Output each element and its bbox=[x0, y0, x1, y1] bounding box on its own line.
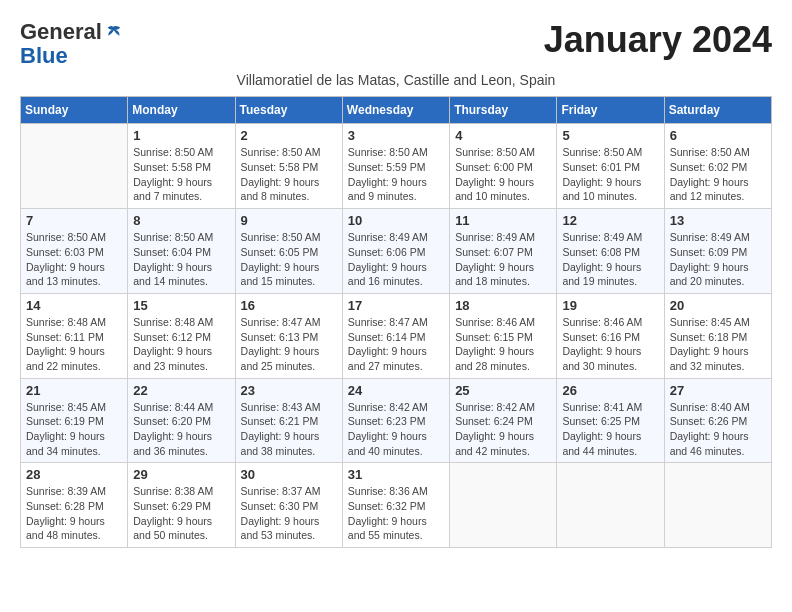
day-number: 20 bbox=[670, 298, 766, 313]
day-info: Sunrise: 8:41 AMSunset: 6:25 PMDaylight:… bbox=[562, 400, 658, 459]
day-info: Sunrise: 8:36 AMSunset: 6:32 PMDaylight:… bbox=[348, 484, 444, 543]
day-cell-19: 19Sunrise: 8:46 AMSunset: 6:16 PMDayligh… bbox=[557, 293, 664, 378]
day-cell-11: 11Sunrise: 8:49 AMSunset: 6:07 PMDayligh… bbox=[450, 209, 557, 294]
day-number: 14 bbox=[26, 298, 122, 313]
day-info: Sunrise: 8:37 AMSunset: 6:30 PMDaylight:… bbox=[241, 484, 337, 543]
calendar-table: SundayMondayTuesdayWednesdayThursdayFrid… bbox=[20, 96, 772, 548]
day-number: 22 bbox=[133, 383, 229, 398]
day-info: Sunrise: 8:50 AMSunset: 5:59 PMDaylight:… bbox=[348, 145, 444, 204]
day-cell-5: 5Sunrise: 8:50 AMSunset: 6:01 PMDaylight… bbox=[557, 124, 664, 209]
day-cell-26: 26Sunrise: 8:41 AMSunset: 6:25 PMDayligh… bbox=[557, 378, 664, 463]
day-info: Sunrise: 8:50 AMSunset: 5:58 PMDaylight:… bbox=[241, 145, 337, 204]
day-info: Sunrise: 8:50 AMSunset: 6:04 PMDaylight:… bbox=[133, 230, 229, 289]
day-cell-17: 17Sunrise: 8:47 AMSunset: 6:14 PMDayligh… bbox=[342, 293, 449, 378]
empty-cell bbox=[450, 463, 557, 548]
day-number: 10 bbox=[348, 213, 444, 228]
day-cell-25: 25Sunrise: 8:42 AMSunset: 6:24 PMDayligh… bbox=[450, 378, 557, 463]
logo-general: General bbox=[20, 19, 102, 44]
empty-cell bbox=[664, 463, 771, 548]
day-cell-1: 1Sunrise: 8:50 AMSunset: 5:58 PMDaylight… bbox=[128, 124, 235, 209]
day-number: 11 bbox=[455, 213, 551, 228]
weekday-header-thursday: Thursday bbox=[450, 97, 557, 124]
day-number: 31 bbox=[348, 467, 444, 482]
day-info: Sunrise: 8:49 AMSunset: 6:06 PMDaylight:… bbox=[348, 230, 444, 289]
weekday-header-monday: Monday bbox=[128, 97, 235, 124]
day-cell-12: 12Sunrise: 8:49 AMSunset: 6:08 PMDayligh… bbox=[557, 209, 664, 294]
day-info: Sunrise: 8:44 AMSunset: 6:20 PMDaylight:… bbox=[133, 400, 229, 459]
day-cell-4: 4Sunrise: 8:50 AMSunset: 6:00 PMDaylight… bbox=[450, 124, 557, 209]
day-cell-15: 15Sunrise: 8:48 AMSunset: 6:12 PMDayligh… bbox=[128, 293, 235, 378]
day-number: 23 bbox=[241, 383, 337, 398]
day-info: Sunrise: 8:46 AMSunset: 6:16 PMDaylight:… bbox=[562, 315, 658, 374]
week-row-2: 7Sunrise: 8:50 AMSunset: 6:03 PMDaylight… bbox=[21, 209, 772, 294]
day-info: Sunrise: 8:50 AMSunset: 6:02 PMDaylight:… bbox=[670, 145, 766, 204]
weekday-header-friday: Friday bbox=[557, 97, 664, 124]
day-cell-21: 21Sunrise: 8:45 AMSunset: 6:19 PMDayligh… bbox=[21, 378, 128, 463]
day-cell-29: 29Sunrise: 8:38 AMSunset: 6:29 PMDayligh… bbox=[128, 463, 235, 548]
day-cell-31: 31Sunrise: 8:36 AMSunset: 6:32 PMDayligh… bbox=[342, 463, 449, 548]
week-row-1: 1Sunrise: 8:50 AMSunset: 5:58 PMDaylight… bbox=[21, 124, 772, 209]
logo-blue: Blue bbox=[20, 43, 68, 68]
day-info: Sunrise: 8:45 AMSunset: 6:19 PMDaylight:… bbox=[26, 400, 122, 459]
day-number: 28 bbox=[26, 467, 122, 482]
page-header: General Blue January 2024 bbox=[20, 20, 772, 68]
day-number: 8 bbox=[133, 213, 229, 228]
week-row-5: 28Sunrise: 8:39 AMSunset: 6:28 PMDayligh… bbox=[21, 463, 772, 548]
day-number: 15 bbox=[133, 298, 229, 313]
weekday-header-saturday: Saturday bbox=[664, 97, 771, 124]
day-cell-2: 2Sunrise: 8:50 AMSunset: 5:58 PMDaylight… bbox=[235, 124, 342, 209]
month-title: January 2024 bbox=[544, 20, 772, 60]
logo-bird-icon bbox=[104, 24, 122, 42]
day-info: Sunrise: 8:47 AMSunset: 6:14 PMDaylight:… bbox=[348, 315, 444, 374]
day-info: Sunrise: 8:45 AMSunset: 6:18 PMDaylight:… bbox=[670, 315, 766, 374]
day-cell-16: 16Sunrise: 8:47 AMSunset: 6:13 PMDayligh… bbox=[235, 293, 342, 378]
day-info: Sunrise: 8:50 AMSunset: 6:03 PMDaylight:… bbox=[26, 230, 122, 289]
day-info: Sunrise: 8:38 AMSunset: 6:29 PMDaylight:… bbox=[133, 484, 229, 543]
empty-cell bbox=[557, 463, 664, 548]
day-cell-3: 3Sunrise: 8:50 AMSunset: 5:59 PMDaylight… bbox=[342, 124, 449, 209]
day-cell-23: 23Sunrise: 8:43 AMSunset: 6:21 PMDayligh… bbox=[235, 378, 342, 463]
day-info: Sunrise: 8:50 AMSunset: 6:05 PMDaylight:… bbox=[241, 230, 337, 289]
location-subtitle: Villamoratiel de las Matas, Castille and… bbox=[20, 72, 772, 88]
day-number: 6 bbox=[670, 128, 766, 143]
weekday-header-tuesday: Tuesday bbox=[235, 97, 342, 124]
day-number: 9 bbox=[241, 213, 337, 228]
day-cell-6: 6Sunrise: 8:50 AMSunset: 6:02 PMDaylight… bbox=[664, 124, 771, 209]
day-cell-10: 10Sunrise: 8:49 AMSunset: 6:06 PMDayligh… bbox=[342, 209, 449, 294]
day-cell-14: 14Sunrise: 8:48 AMSunset: 6:11 PMDayligh… bbox=[21, 293, 128, 378]
day-info: Sunrise: 8:50 AMSunset: 6:01 PMDaylight:… bbox=[562, 145, 658, 204]
day-number: 29 bbox=[133, 467, 229, 482]
weekday-header-wednesday: Wednesday bbox=[342, 97, 449, 124]
day-number: 7 bbox=[26, 213, 122, 228]
day-cell-8: 8Sunrise: 8:50 AMSunset: 6:04 PMDaylight… bbox=[128, 209, 235, 294]
day-number: 25 bbox=[455, 383, 551, 398]
day-number: 3 bbox=[348, 128, 444, 143]
weekday-header-sunday: Sunday bbox=[21, 97, 128, 124]
logo: General Blue bbox=[20, 20, 122, 68]
week-row-4: 21Sunrise: 8:45 AMSunset: 6:19 PMDayligh… bbox=[21, 378, 772, 463]
day-info: Sunrise: 8:50 AMSunset: 6:00 PMDaylight:… bbox=[455, 145, 551, 204]
day-number: 30 bbox=[241, 467, 337, 482]
day-info: Sunrise: 8:42 AMSunset: 6:24 PMDaylight:… bbox=[455, 400, 551, 459]
day-number: 5 bbox=[562, 128, 658, 143]
day-info: Sunrise: 8:43 AMSunset: 6:21 PMDaylight:… bbox=[241, 400, 337, 459]
day-cell-18: 18Sunrise: 8:46 AMSunset: 6:15 PMDayligh… bbox=[450, 293, 557, 378]
day-number: 19 bbox=[562, 298, 658, 313]
day-info: Sunrise: 8:49 AMSunset: 6:08 PMDaylight:… bbox=[562, 230, 658, 289]
day-cell-13: 13Sunrise: 8:49 AMSunset: 6:09 PMDayligh… bbox=[664, 209, 771, 294]
empty-cell bbox=[21, 124, 128, 209]
day-number: 12 bbox=[562, 213, 658, 228]
day-number: 16 bbox=[241, 298, 337, 313]
day-number: 21 bbox=[26, 383, 122, 398]
week-row-3: 14Sunrise: 8:48 AMSunset: 6:11 PMDayligh… bbox=[21, 293, 772, 378]
day-info: Sunrise: 8:49 AMSunset: 6:09 PMDaylight:… bbox=[670, 230, 766, 289]
day-number: 4 bbox=[455, 128, 551, 143]
day-cell-22: 22Sunrise: 8:44 AMSunset: 6:20 PMDayligh… bbox=[128, 378, 235, 463]
day-number: 24 bbox=[348, 383, 444, 398]
calendar-body: 1Sunrise: 8:50 AMSunset: 5:58 PMDaylight… bbox=[21, 124, 772, 548]
day-cell-9: 9Sunrise: 8:50 AMSunset: 6:05 PMDaylight… bbox=[235, 209, 342, 294]
day-number: 2 bbox=[241, 128, 337, 143]
weekday-header-row: SundayMondayTuesdayWednesdayThursdayFrid… bbox=[21, 97, 772, 124]
day-info: Sunrise: 8:48 AMSunset: 6:12 PMDaylight:… bbox=[133, 315, 229, 374]
day-number: 27 bbox=[670, 383, 766, 398]
